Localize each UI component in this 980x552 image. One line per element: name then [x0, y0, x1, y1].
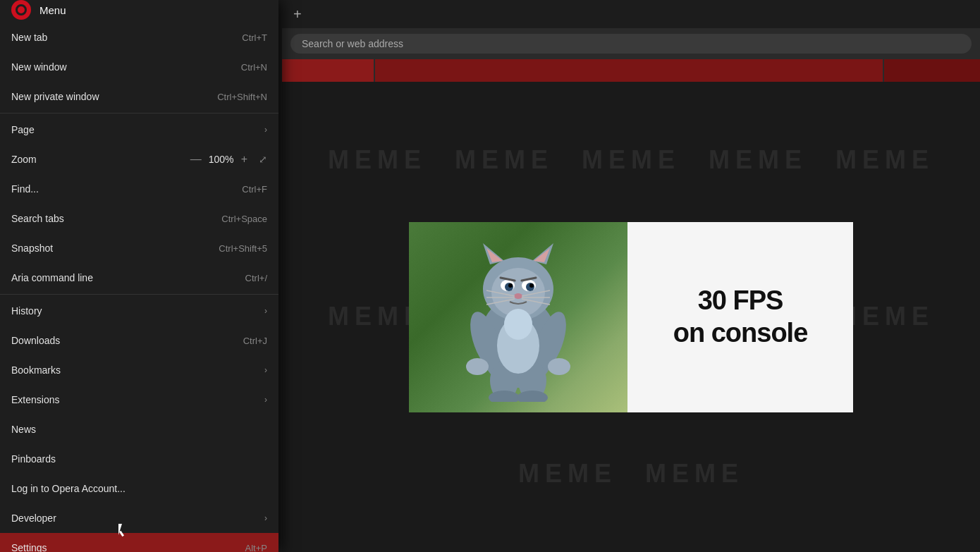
menu-item-developer[interactable]: Developer › — [0, 503, 278, 533]
meme-right-panel: 30 FPS on console — [627, 222, 853, 412]
menu-item-page[interactable]: Page › — [0, 115, 278, 145]
content-bar — [282, 59, 980, 82]
menu-item-shortcut-search-tabs: Ctrl+Space — [221, 214, 267, 224]
svg-point-24 — [466, 358, 489, 375]
menu-item-arrow-history: › — [264, 306, 267, 316]
menu-item-find[interactable]: Find... Ctrl+F — [0, 174, 278, 204]
menu-item-downloads[interactable]: Downloads Ctrl+J — [0, 326, 278, 355]
menu-item-history[interactable]: History › — [0, 296, 278, 326]
svg-point-25 — [548, 358, 570, 375]
menu-item-label-news: News — [11, 424, 267, 435]
meme-image: 30 FPS on console — [409, 222, 853, 412]
address-bar-area: Search or web address — [282, 28, 980, 59]
add-tab-button[interactable]: + — [288, 4, 307, 25]
zoom-decrease-button[interactable]: — — [190, 153, 202, 166]
menu-item-new-window[interactable]: New window Ctrl+N — [0, 52, 278, 82]
meme-left-panel — [409, 222, 627, 412]
content-bar-segment1 — [282, 59, 374, 82]
menu-item-label-search-tabs: Search tabs — [11, 213, 221, 224]
menu-item-label-bookmarks: Bookmarks — [11, 364, 259, 376]
meme-text: 30 FPS on console — [673, 285, 808, 349]
content-bar-segment3 — [884, 59, 980, 82]
menu-item-label-pinboards: Pinboards — [11, 453, 267, 465]
svg-point-11 — [508, 283, 513, 288]
menu-item-label-aria-command-line: Aria command line — [11, 272, 245, 283]
menu-item-extensions[interactable]: Extensions › — [0, 385, 278, 415]
menu-item-shortcut-find: Ctrl+F — [242, 184, 267, 195]
opera-menu: Menu New tab Ctrl+T New window Ctrl+N Ne… — [0, 0, 278, 552]
meme-area: MEMEMEMEMEME MEMEMEMEMEME MEMEMEMEMEME M… — [282, 82, 980, 552]
zoom-controls: — 100% + ⤢ — [190, 153, 267, 166]
main-content: MEMEMEMEMEME MEMEMEMEMEME MEMEMEMEMEME M… — [282, 59, 980, 552]
address-bar[interactable]: Search or web address — [290, 34, 972, 54]
menu-title: Menu — [39, 4, 66, 16]
menu-item-login[interactable]: Log in to Opera Account... — [0, 474, 278, 503]
menu-item-arrow-developer: › — [264, 513, 267, 523]
menu-item-label-downloads: Downloads — [11, 335, 243, 346]
menu-divider-8 — [0, 294, 278, 295]
menu-item-label-developer: Developer — [11, 513, 259, 524]
svg-point-31 — [504, 309, 532, 340]
menu-item-shortcut-new-tab: Ctrl+T — [242, 32, 267, 43]
menu-item-new-private-window[interactable]: New private window Ctrl+Shift+N — [0, 82, 278, 111]
zoom-label: Zoom — [11, 154, 190, 165]
opera-logo — [11, 0, 31, 20]
zoom-fullscreen-button[interactable]: ⤢ — [259, 154, 267, 165]
svg-point-15 — [514, 293, 522, 299]
menu-item-label-snapshot: Snapshot — [11, 243, 219, 254]
menu-item-shortcut-aria-command-line: Ctrl+/ — [245, 273, 267, 283]
menu-item-snapshot[interactable]: Snapshot Ctrl+Shift+5 — [0, 233, 278, 263]
tab-bar: + — [282, 0, 980, 28]
menu-item-label-page: Page — [11, 124, 259, 135]
zoom-row: Zoom — 100% + ⤢ — [0, 145, 278, 174]
menu-item-label-extensions: Extensions — [11, 394, 259, 405]
menu-item-settings[interactable]: Settings Alt+P — [0, 533, 278, 552]
menu-item-label-settings: Settings — [11, 542, 245, 552]
menu-item-search-tabs[interactable]: Search tabs Ctrl+Space — [0, 204, 278, 233]
content-bar-segment2 — [375, 59, 883, 82]
menu-item-arrow-page: › — [264, 125, 267, 135]
menu-item-pinboards[interactable]: Pinboards — [0, 444, 278, 474]
menu-divider-2 — [0, 113, 278, 114]
menu-item-shortcut-settings: Alt+P — [245, 543, 267, 553]
menu-items-container: New tab Ctrl+T New window Ctrl+N New pri… — [0, 23, 278, 552]
menu-item-label-login: Log in to Opera Account... — [11, 483, 267, 494]
zoom-increase-button[interactable]: + — [241, 153, 247, 166]
menu-item-label-new-private-window: New private window — [11, 91, 217, 102]
opera-logo-inner — [16, 4, 27, 16]
svg-point-12 — [529, 283, 534, 288]
menu-item-aria-command-line[interactable]: Aria command line Ctrl+/ — [0, 263, 278, 293]
zoom-value: 100% — [207, 154, 235, 165]
menu-item-new-tab[interactable]: New tab Ctrl+T — [0, 23, 278, 52]
menu-item-shortcut-downloads: Ctrl+J — [243, 336, 267, 346]
menu-item-label-find: Find... — [11, 183, 242, 195]
menu-item-arrow-extensions: › — [264, 395, 267, 405]
menu-item-label-new-window: New window — [11, 61, 241, 73]
tom-cat-illustration — [448, 233, 589, 402]
menu-item-shortcut-new-window: Ctrl+N — [241, 62, 267, 73]
menu-item-shortcut-new-private-window: Ctrl+Shift+N — [217, 92, 267, 102]
menu-item-shortcut-snapshot: Ctrl+Shift+5 — [219, 243, 267, 254]
menu-item-bookmarks[interactable]: Bookmarks › — [0, 355, 278, 385]
menu-item-label-history: History — [11, 305, 259, 317]
menu-item-label-new-tab: New tab — [11, 32, 242, 43]
menu-item-news[interactable]: News — [0, 415, 278, 444]
menu-header: Menu — [0, 0, 278, 20]
menu-item-arrow-bookmarks: › — [264, 365, 267, 375]
